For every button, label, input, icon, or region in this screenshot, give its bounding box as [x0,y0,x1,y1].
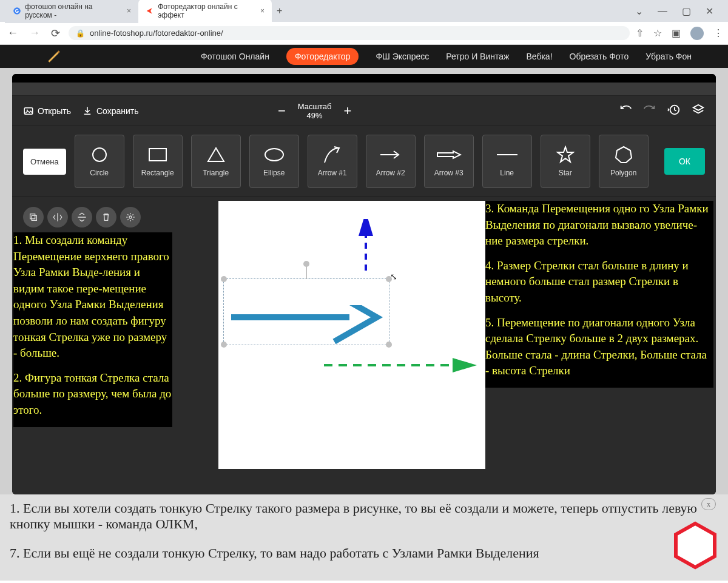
tab-title: Фоторедактор онлайн с эффект [158,2,254,19]
reload-button[interactable]: ⟳ [49,24,62,42]
close-window-icon[interactable]: ✕ [706,5,713,17]
zoom-controls: − Масштаб 49% + [278,102,351,120]
nav-webcam[interactable]: Вебка! [526,52,552,61]
browser-tab-0[interactable]: G фотошоп онлайн на русском - × [5,0,138,23]
resize-cursor-icon: ⤡ [390,272,397,281]
nav-photoshop[interactable]: Фотошоп Онлайн [201,52,269,61]
new-tab-button[interactable]: + [272,3,287,19]
copy-icon[interactable] [23,207,44,227]
layers-button[interactable] [692,103,705,119]
canvas-area: 1. Мы создали команду Перемещение верхне… [12,197,716,494]
browser-tab-1[interactable]: Фоторедактор онлайн с эффект × [138,0,272,23]
toolbar: Открыть Сохранить − Масштаб 49% + [12,96,716,126]
menu-icon[interactable]: ⋮ [713,27,723,39]
site-nav: Фотошоп Онлайн Фоторедактор ФШ Экспресс … [0,45,728,68]
shape-ellipse[interactable]: Ellipse [249,135,299,188]
back-button[interactable]: ← [5,24,21,42]
zoom-out-button[interactable]: − [278,103,286,119]
ok-button[interactable]: ОК [664,148,705,175]
minimize-icon[interactable]: ― [658,5,667,17]
maximize-icon[interactable]: ▢ [682,5,691,17]
settings-icon[interactable] [120,207,141,227]
annotation-left: 1. Мы создали команду Перемещение верхне… [13,232,172,427]
nav-retro[interactable]: Ретро И Винтаж [446,52,509,61]
undo-button[interactable] [619,103,632,119]
shape-arrow3[interactable]: Arrow #3 [424,135,474,188]
history-button[interactable] [667,103,681,119]
shape-arrow2[interactable]: Arrow #2 [366,135,416,188]
profile-icon[interactable] [690,27,704,40]
tutorial-line-1: 1. Если вы хотели создать тонкую Стрелку… [10,500,718,532]
flip-h-icon[interactable] [47,207,68,227]
tutorial-line-2: 7. Если вы ещё не создали тонкую Стрелку… [10,545,718,561]
address-bar: ← → ⟳ 🔒 online-fotoshop.ru/fotoredaktor-… [0,22,728,45]
redo-button[interactable] [643,103,656,119]
shape-circle[interactable]: Circle [75,135,124,188]
zoom-label: Масштаб [298,102,332,111]
url-input[interactable]: 🔒 online-fotoshop.ru/fotoredaktor-online… [69,26,630,40]
mini-toolbar [23,207,141,227]
chevron-down-icon[interactable]: ⌄ [635,5,643,17]
svg-text:G: G [15,8,18,14]
nav-express[interactable]: ФШ Экспресс [376,52,429,61]
favicon-site [146,6,154,16]
editor: Открыть Сохранить − Масштаб 49% + [12,74,716,494]
tab-title: фотошоп онлайн на русском - [25,2,121,19]
star-icon[interactable]: ☆ [653,27,662,39]
tab-strip: G фотошоп онлайн на русском - × Фотореда… [0,0,728,22]
download-icon [82,106,93,116]
tutorial-text: x 1. Если вы хотели создать тонкую Стрел… [0,494,728,581]
brand-icon [46,48,61,66]
guide-arrow-vertical [358,219,374,274]
hexagon-badge-icon[interactable] [672,521,718,570]
nav-removebg[interactable]: Убрать Фон [645,52,692,61]
shape-star[interactable]: Star [541,135,590,188]
open-button[interactable]: Открыть [23,106,71,116]
svg-rect-10 [32,215,36,220]
annotation-right: 3. Команда Перемещения одно го Узла Рамк… [485,201,713,388]
svg-point-5 [93,148,106,161]
guide-arrow-horizontal [322,357,479,373]
zoom-in-button[interactable]: + [343,103,351,119]
image-icon [23,106,34,116]
shape-rectangle[interactable]: Rectangle [133,135,183,188]
handle-rotate[interactable] [303,261,309,267]
flip-v-icon[interactable] [72,207,92,227]
handle-tl[interactable] [221,276,227,282]
svg-point-7 [265,149,283,161]
save-button[interactable]: Сохранить [82,106,139,116]
shape-polygon[interactable]: Polygon [599,135,649,188]
delete-icon[interactable] [96,207,116,227]
handle-bl[interactable] [221,342,227,348]
lock-icon: 🔒 [76,29,85,38]
favicon-google: G [12,6,21,16]
close-tip-button[interactable]: x [701,498,716,510]
tab-close-icon[interactable]: × [260,7,265,15]
extension-icon[interactable]: ▣ [672,27,681,39]
canvas[interactable]: ⤡ [218,201,485,469]
nav-fotoredaktor[interactable]: Фоторедактор [286,48,359,65]
shape-toolbar: Отмена Circle Rectangle Triangle Ellipse… [12,126,716,197]
share-icon[interactable]: ⇧ [636,27,644,39]
shape-triangle[interactable]: Triangle [191,135,241,188]
zoom-value: 49% [298,111,332,120]
browser-chrome: G фотошоп онлайн на русском - × Фотореда… [0,0,728,45]
shape-arrow1[interactable]: Arrow #1 [308,135,357,188]
nav-crop[interactable]: Обрезать Фото [570,52,629,61]
url-text: online-fotoshop.ru/fotoredaktor-online/ [90,29,223,38]
tab-close-icon[interactable]: × [127,7,131,15]
svg-rect-9 [30,214,35,219]
shape-line[interactable]: Line [482,135,532,188]
forward-button[interactable]: → [27,24,42,42]
svg-rect-6 [149,149,166,161]
cancel-button[interactable]: Отмена [23,149,66,175]
svg-point-11 [129,216,132,218]
